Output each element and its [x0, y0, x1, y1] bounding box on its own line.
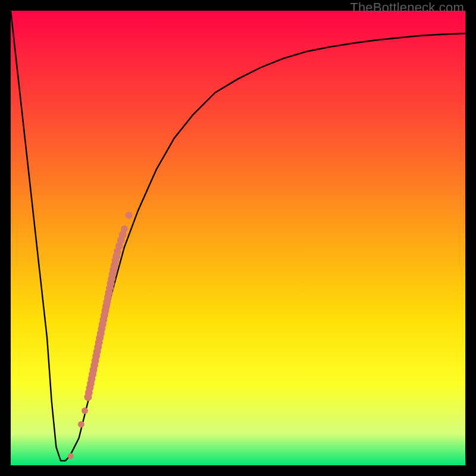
marker-dot [68, 453, 74, 459]
plot-area [11, 11, 465, 465]
outer-frame: TheBottleneck.com [0, 0, 476, 476]
marker-dot [126, 212, 133, 219]
watermark-text: TheBottleneck.com [350, 0, 464, 15]
marker-dot [121, 226, 128, 233]
marker-dot [78, 421, 84, 428]
marker-dot [82, 408, 88, 414]
chart-canvas [11, 11, 465, 465]
